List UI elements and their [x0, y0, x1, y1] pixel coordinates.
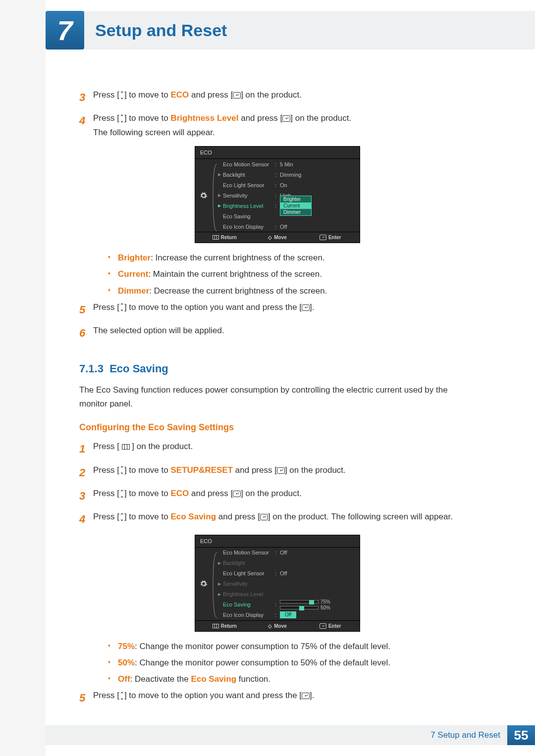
osd-row: ▶Backlight:Dimming [218, 169, 360, 180]
osd-footer: Return ◇Move ↵Enter [195, 232, 360, 243]
step-text: Press [⌃⌄] to move to Brightness Level a… [93, 111, 351, 140]
step-number: 2 [79, 463, 93, 482]
osd-row: Eco Motion Sensor:Off [218, 548, 360, 558]
step-3: 3Press [⌃⌄] to move to ECO and press [↵]… [79, 487, 476, 505]
osd-row: ▶Sensitivity [218, 579, 360, 589]
osd-row: Eco Light Sensor:Off [218, 568, 360, 579]
step-2: 2Press [⌃⌄] to move to SETUP&RESET and p… [79, 463, 476, 482]
step-number: 5 [79, 689, 93, 707]
chapter-header-band: Setup and Reset [84, 11, 535, 50]
step-number: 4 [79, 111, 93, 140]
bullet-item: •Dimmer: Decrease the current brightness… [108, 284, 476, 298]
bullet-dot-icon: • [108, 672, 118, 686]
osd-footer: Return ◇Move ↵Enter [195, 620, 360, 631]
osd-slider: 75% [280, 599, 333, 605]
enter-icon: ↵ [320, 235, 326, 240]
osd-row: Eco Icon Display:Off [218, 221, 360, 232]
step-text: Press [⌃⌄] to move to the option you wan… [93, 689, 315, 707]
step-text: Press [⌃⌄] to move to ECO and press [↵] … [93, 487, 302, 505]
osd-title: ECO [195, 535, 360, 548]
osd-title: ECO [195, 147, 360, 159]
bullet-item: •Brighter: Increase the current brightne… [108, 251, 476, 264]
bullet-dot-icon: • [108, 251, 118, 264]
updown-icon: ⌃⌄ [120, 466, 124, 474]
subsection-heading: Configuring the Eco Saving Settings [79, 422, 476, 433]
step-text: Press [⌃⌄] to move to SETUP&RESET and pr… [93, 463, 346, 482]
page-footer: 7 Setup and Reset 55 [46, 725, 535, 745]
bracket-icon [212, 162, 218, 231]
bullet-item: •Current: Maintain the current brightnes… [108, 267, 476, 281]
osd-slider: 50% [280, 605, 333, 610]
gear-icon [200, 580, 208, 588]
enter-icon: ↵ [320, 623, 326, 629]
osd-screenshot-brightness: ECO Eco Motion Sensor:5 Min▶Backlight:Di… [195, 146, 360, 243]
updown-icon: ⌃⌄ [120, 115, 124, 123]
enter-icon: ↵ [282, 115, 290, 122]
osd-row: ▶Brightness Level [218, 589, 360, 600]
osd-row: Eco Motion Sensor:5 Min [218, 159, 360, 169]
step-5: 5Press [⌃⌄] to move to the option you wa… [79, 301, 476, 319]
enter-icon: ↵ [260, 514, 268, 520]
osd-row: ▶Backlight [218, 558, 360, 568]
enter-icon: ↵ [233, 92, 241, 99]
page-left-margin [0, 0, 46, 756]
menu-icon [213, 235, 219, 240]
step-number: 6 [79, 324, 93, 342]
updown-icon: ⌃⌄ [120, 692, 124, 700]
step-number: 1 [79, 440, 93, 458]
bullet-dot-icon: • [108, 656, 118, 669]
updown-icon: ⌃⌄ [120, 92, 124, 100]
step-number: 3 [79, 487, 93, 505]
updown-icon: ⌃⌄ [120, 303, 124, 311]
step-4: 4Press [⌃⌄] to move to Eco Saving and pr… [79, 510, 476, 528]
bullet-item: •Off: Deactivate the Eco Saving function… [108, 672, 476, 686]
step-text: Press [⌃⌄] to move to Eco Saving and pre… [93, 510, 453, 528]
bracket-icon [212, 551, 218, 619]
osd-selected-pill: Off [280, 611, 296, 618]
section-heading-713: 7.1.3 Eco Saving [79, 362, 476, 375]
step-text: Press [⌃⌄] to move to the option you wan… [93, 301, 315, 319]
bullet-dot-icon: • [108, 284, 118, 298]
step-text: Press [ ] on the product. [93, 440, 193, 458]
bullet-dot-icon: • [108, 267, 118, 281]
osd-row: ▶Brightness Level:BrighterCurrentDimmer [218, 201, 360, 211]
step-text: The selected option will be applied. [93, 324, 224, 342]
menu-icon [122, 444, 130, 450]
osd-row: Eco Light Sensor:On [218, 180, 360, 190]
step-3: 3Press [⌃⌄] to move to ECO and press [↵]… [79, 88, 476, 106]
step-4: 4Press [⌃⌄] to move to Brightness Level … [79, 111, 476, 140]
enter-icon: ↵ [277, 467, 285, 474]
step-5: 5Press [⌃⌄] to move to the option you wa… [79, 689, 476, 707]
bullet-item: •75%: Change the monitor power consumpti… [108, 640, 476, 653]
osd-dropdown: BrighterCurrentDimmer [280, 196, 312, 216]
step-number: 3 [79, 88, 93, 106]
step-number: 4 [79, 510, 93, 528]
chapter-number-badge: 7 [46, 11, 84, 50]
bullet-item: •50%: Change the monitor power consumpti… [108, 656, 476, 669]
step-6: 6The selected option will be applied. [79, 324, 476, 342]
osd-screenshot-ecosaving: ECO Eco Motion Sensor:Off▶BacklightEco L… [195, 535, 360, 632]
menu-icon [213, 624, 219, 628]
chapter-title: Setup and Reset [95, 21, 227, 40]
page-number: 55 [507, 725, 535, 745]
osd-row: Eco Icon Display:Off [218, 610, 360, 620]
step-text: Press [⌃⌄] to move to ECO and press [↵] … [93, 88, 302, 106]
page-content: 3Press [⌃⌄] to move to ECO and press [↵]… [79, 88, 476, 712]
section-intro: The Eco Saving function reduces power co… [79, 383, 476, 412]
bullet-dot-icon: • [108, 640, 118, 653]
enter-icon: ↵ [233, 491, 241, 497]
enter-icon: ↵ [302, 304, 310, 311]
osd-row: Eco Saving:75%50% [218, 600, 360, 610]
enter-icon: ↵ [302, 693, 310, 699]
updown-icon: ⌃⌄ [120, 513, 124, 521]
updown-icon: ⌃⌄ [120, 490, 124, 498]
step-number: 5 [79, 301, 93, 319]
gear-icon [200, 192, 208, 200]
step-1: 1Press [ ] on the product. [79, 440, 476, 458]
footer-chapter-label: 7 Setup and Reset [46, 725, 507, 745]
